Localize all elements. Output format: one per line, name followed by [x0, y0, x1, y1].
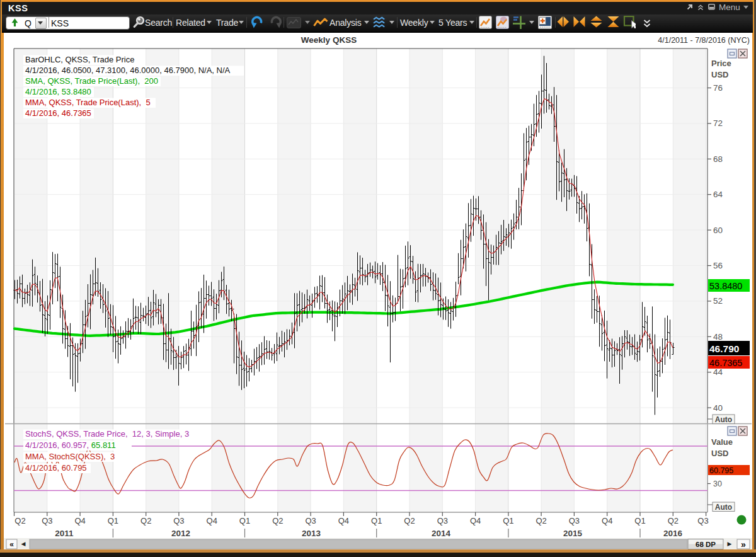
- svg-text:60.795: 60.795: [709, 466, 733, 475]
- svg-text:72: 72: [713, 118, 723, 128]
- svg-text:«: «: [9, 540, 14, 549]
- svg-text:Q1: Q1: [371, 516, 382, 525]
- svg-text:4/1/2016, 53.8480: 4/1/2016, 53.8480: [25, 87, 91, 96]
- svg-text:◀: ◀: [21, 541, 26, 547]
- svg-text:2014: 2014: [432, 529, 451, 538]
- svg-text:60: 60: [713, 226, 723, 235]
- svg-text:Q1: Q1: [239, 516, 250, 525]
- svg-text:Q2: Q2: [536, 516, 546, 525]
- svg-text:40: 40: [713, 403, 723, 413]
- svg-text:2016: 2016: [663, 529, 683, 538]
- svg-text:MMA, StochS(QKSS), 3: MMA, StochS(QKSS), 3: [25, 452, 115, 461]
- svg-text:Value: Value: [711, 437, 733, 447]
- svg-text:»: »: [741, 539, 746, 549]
- svg-text:Q4: Q4: [338, 516, 349, 525]
- svg-text:2015: 2015: [563, 529, 583, 538]
- svg-text:46.790: 46.790: [709, 343, 739, 354]
- svg-text:64: 64: [713, 190, 723, 199]
- svg-text:USD: USD: [711, 449, 728, 458]
- svg-text:Q3: Q3: [305, 516, 316, 525]
- svg-text:Q4: Q4: [470, 516, 481, 525]
- svg-text:2011: 2011: [55, 529, 74, 538]
- svg-text:4/1/2011 - 7/8/2016 (NYC): 4/1/2011 - 7/8/2016 (NYC): [658, 36, 750, 45]
- svg-text:68: 68: [713, 154, 723, 164]
- svg-text:Q3: Q3: [42, 516, 52, 525]
- svg-text:44: 44: [713, 367, 723, 377]
- svg-text:76: 76: [713, 83, 723, 93]
- svg-text:Q3: Q3: [697, 516, 708, 525]
- svg-text:Q2: Q2: [14, 516, 25, 525]
- svg-text:Q4: Q4: [207, 516, 217, 525]
- svg-text:Q3: Q3: [437, 516, 448, 525]
- svg-text:Q1: Q1: [503, 516, 513, 525]
- svg-text:SMA, QKSS, Trade Price(Last),: SMA, QKSS, Trade Price(Last), 200: [25, 76, 158, 86]
- svg-text:4/1/2016, 60.795: 4/1/2016, 60.795: [25, 463, 87, 473]
- svg-text:4/1/2016, 46.0500, 47.3100, 46: 4/1/2016, 46.0500, 47.3100, 46.0000, 46.…: [25, 66, 231, 75]
- svg-text:Q4: Q4: [602, 516, 612, 525]
- svg-text:Auto: Auto: [715, 415, 732, 424]
- svg-text:Q3: Q3: [569, 516, 580, 525]
- svg-text:48: 48: [713, 332, 723, 342]
- svg-text:2013: 2013: [302, 529, 321, 538]
- svg-text:56: 56: [713, 261, 723, 270]
- svg-text:53.8480: 53.8480: [709, 281, 742, 291]
- svg-text:Q1: Q1: [108, 516, 118, 525]
- svg-text:Auto: Auto: [715, 503, 732, 512]
- svg-text:Q2: Q2: [272, 516, 283, 525]
- svg-text:Q2: Q2: [404, 516, 415, 525]
- svg-text:Q1: Q1: [634, 516, 645, 525]
- svg-text:▶: ▶: [728, 541, 732, 547]
- svg-text:StochS, QKSS, Trade Price, 12: StochS, QKSS, Trade Price, 12, 3, Simple…: [25, 429, 189, 439]
- svg-text:30: 30: [713, 479, 722, 488]
- svg-text:46.7365: 46.7365: [709, 358, 742, 368]
- svg-text:USD: USD: [711, 70, 728, 79]
- svg-text:2012: 2012: [171, 529, 190, 538]
- svg-text:BarOHLC, QKSS, Trade Price: BarOHLC, QKSS, Trade Price: [25, 55, 134, 64]
- svg-text:Q2: Q2: [668, 516, 679, 525]
- svg-text:Price: Price: [711, 59, 731, 68]
- svg-text:Q2: Q2: [140, 516, 151, 525]
- svg-text:4/1/2016, 60.957, 65.811: 4/1/2016, 60.957, 65.811: [25, 440, 116, 450]
- svg-text:52: 52: [713, 296, 723, 306]
- svg-text:MMA, QKSS, Trade Price(Last),: MMA, QKSS, Trade Price(Last), 5: [25, 98, 151, 107]
- svg-text:Q4: Q4: [74, 516, 85, 525]
- svg-text:Weekly QKSS: Weekly QKSS: [301, 35, 357, 45]
- svg-text:Q3: Q3: [173, 516, 184, 525]
- svg-text:68 DP: 68 DP: [696, 541, 716, 548]
- svg-text:4/1/2016, 46.7365: 4/1/2016, 46.7365: [25, 108, 91, 118]
